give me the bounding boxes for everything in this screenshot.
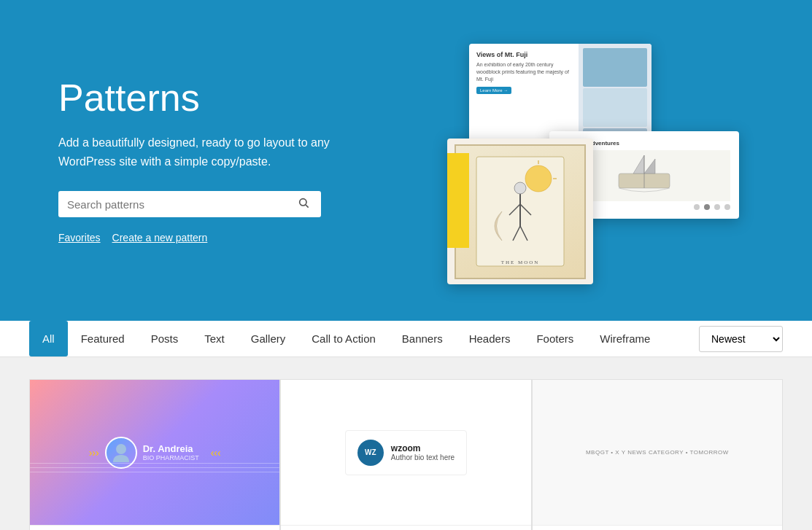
post-author-preview: WZ wzoom Author bio text here [281,380,530,525]
banner-name: Dr. Andreia [143,443,199,454]
card-info-2: Post Author Box with Avatar and Bio (dyn… [281,526,530,530]
post-author-avatar: WZ [357,440,384,466]
action-dot-2 [704,204,710,210]
card-info-1: Author banner with social media icons Má… [30,526,279,530]
tab-posts[interactable]: Posts [138,321,192,356]
tab-call-to-action[interactable]: Call to Action [298,321,389,356]
create-pattern-link[interactable]: Create a new pattern [112,232,208,243]
cards-section: ››› Dr. Andreia BIO PHARMACIST ‹‹‹ [0,357,812,530]
post-meta-preview: MBQGT • X Y NEWS CATEGORY • TOMORROW [533,380,782,525]
search-button[interactable] [295,197,312,211]
search-form [58,191,321,217]
author-banner-preview: ››› Dr. Andreia BIO PHARMACIST ‹‹‹ [30,380,279,525]
svg-line-1 [306,205,309,208]
mini-photo-1 [583,48,647,87]
card-preview-3: MBQGT • X Y NEWS CATEGORY • TOMORROW [533,380,782,526]
tab-featured[interactable]: Featured [68,321,138,356]
tab-banners[interactable]: Banners [389,321,456,356]
hero-card-btn: Learn More → [476,87,511,94]
tab-wireframe[interactable]: Wireframe [587,321,663,356]
post-meta-text: MBQGT • X Y NEWS CATEGORY • TOMORROW [586,449,729,456]
filter-nav: All Featured Posts Text Gallery Call to … [0,321,812,357]
mini-photo-2 [583,88,647,127]
right-arrows: ‹‹‹ [211,447,221,459]
filter-tabs: All Featured Posts Text Gallery Call to … [29,321,663,356]
action-dot-1 [694,204,700,210]
ship-illustration [611,152,677,199]
favorites-link[interactable]: Favorites [58,232,101,243]
hero-left: Patterns Add a beautifully designed, rea… [58,77,438,243]
yellow-accent [447,153,469,248]
pattern-card-3: MBQGT • X Y NEWS CATEGORY • TOMORROW Pos… [532,379,783,530]
hero-links: Favorites Create a new pattern [58,232,438,243]
svg-point-0 [300,199,306,206]
cards-grid: ››› Dr. Andreia BIO PHARMACIST ‹‹‹ [29,379,783,530]
left-arrows: ››› [89,447,99,459]
hero-card-tarot: THE MOON [447,139,593,284]
banner-lines-container [30,459,279,525]
svg-point-17 [116,444,126,454]
svg-marker-3 [633,155,644,174]
card-preview-1: ››› Dr. Andreia BIO PHARMACIST ‹‹‹ [30,380,279,526]
post-meta-box: MBQGT • X Y NEWS CATEGORY • TOMORROW [586,449,729,456]
action-dot-4 [724,204,730,210]
svg-text:THE MOON: THE MOON [501,260,540,265]
post-author-bio: Author bio text here [391,453,455,461]
hero-card-title: Views of Mt. Fuji [476,51,571,58]
card-preview-2: WZ wzoom Author bio text here [281,380,530,526]
svg-point-11 [514,182,526,194]
banner-role: BIO PHARMACIST [143,454,199,461]
tab-text[interactable]: Text [191,321,238,356]
tab-all[interactable]: All [29,321,68,356]
search-icon [298,197,309,209]
svg-marker-4 [644,159,655,174]
pattern-card-1: ››› Dr. Andreia BIO PHARMACIST ‹‹‹ [29,379,280,530]
post-author-name: wzoom [391,443,455,453]
tarot-illustration: THE MOON [473,153,568,270]
tab-gallery[interactable]: Gallery [238,321,299,356]
search-input[interactable] [67,198,295,211]
hero-section: Patterns Add a beautifully designed, rea… [0,0,812,321]
hero-illustrations: Views of Mt. Fuji An exhibition of early… [447,44,754,277]
action-dot-3 [714,204,720,210]
tab-footers[interactable]: Footers [523,321,587,356]
post-author-box: WZ wzoom Author bio text here [345,430,467,475]
tarot-inner: THE MOON [455,144,586,279]
banner-info: Dr. Andreia BIO PHARMACIST [143,443,199,461]
hero-card-desc: An exhibition of early 20th century wood… [476,61,571,82]
tab-headers[interactable]: Headers [456,321,524,356]
hero-description: Add a beautifully designed, ready to go … [58,133,379,171]
sort-select[interactable]: Newest Oldest Popular [699,326,783,352]
card-info-3: Post Meta Details (date, author, categor… [533,526,782,530]
svg-point-7 [525,165,552,192]
pattern-card-2: WZ wzoom Author bio text here Post Autho… [280,379,531,530]
page-title: Patterns [58,77,438,119]
